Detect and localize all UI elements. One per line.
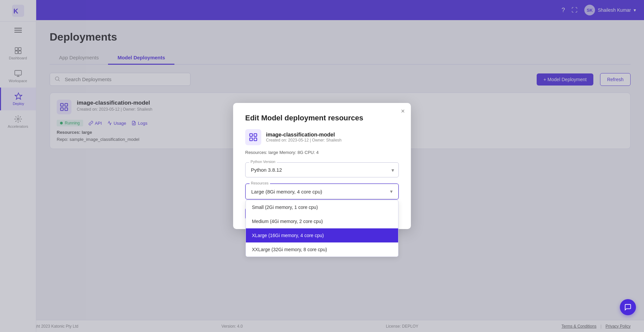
python-version-group: Python Version Python 3.8.12 ▾ <box>245 162 399 177</box>
python-version-label: Python Version <box>249 160 277 164</box>
modal-model-meta: Created on: 2023-05-12 | Owner: Shailesh <box>266 138 341 143</box>
resources-select-current[interactable]: Large (8Gi memory, 4 core cpu) ▾ <box>246 184 398 199</box>
modal-model-info: image-classification-model Created on: 2… <box>266 132 341 143</box>
modal-resources-text: Resources: large Memory: 8G CPU: 4 <box>245 150 399 155</box>
modal-model-icon <box>245 129 261 145</box>
resources-current-value: Large (8Gi memory, 4 core cpu) <box>251 189 322 195</box>
chat-button[interactable] <box>620 299 636 315</box>
svg-rect-18 <box>250 138 253 141</box>
svg-rect-16 <box>250 134 253 136</box>
resources-option-medium[interactable]: Medium (4Gi memory, 2 core cpu) <box>246 214 398 228</box>
edit-modal: Edit Model deployment resources × image-… <box>233 103 411 229</box>
resources-label: Resources <box>250 181 270 185</box>
modal-overlay: Edit Model deployment resources × image-… <box>0 0 644 332</box>
resources-option-xxlarge[interactable]: XXLarge (32Gi memory, 8 core cpu) <box>246 242 398 257</box>
resources-dropdown-icon: ▾ <box>390 188 393 195</box>
modal-close-button[interactable]: × <box>401 108 405 114</box>
resources-option-xlarge[interactable]: XLarge (16Gi memory, 4 core cpu) <box>246 228 398 242</box>
resources-select-wrap: Large (8Gi memory, 4 core cpu) ▾ Small (… <box>246 184 398 199</box>
python-version-select[interactable]: Python 3.8.12 <box>245 162 399 177</box>
modal-model-row: image-classification-model Created on: 2… <box>245 129 399 145</box>
resources-dropdown-list: Small (2Gi memory, 1 core cpu) Medium (4… <box>246 200 398 257</box>
svg-rect-19 <box>254 138 257 141</box>
modal-model-name: image-classification-model <box>266 132 341 138</box>
resources-option-small[interactable]: Small (2Gi memory, 1 core cpu) <box>246 200 398 214</box>
resources-group: Resources Large (8Gi memory, 4 core cpu)… <box>245 183 399 200</box>
modal-title: Edit Model deployment resources <box>245 114 399 122</box>
svg-rect-17 <box>254 134 257 136</box>
